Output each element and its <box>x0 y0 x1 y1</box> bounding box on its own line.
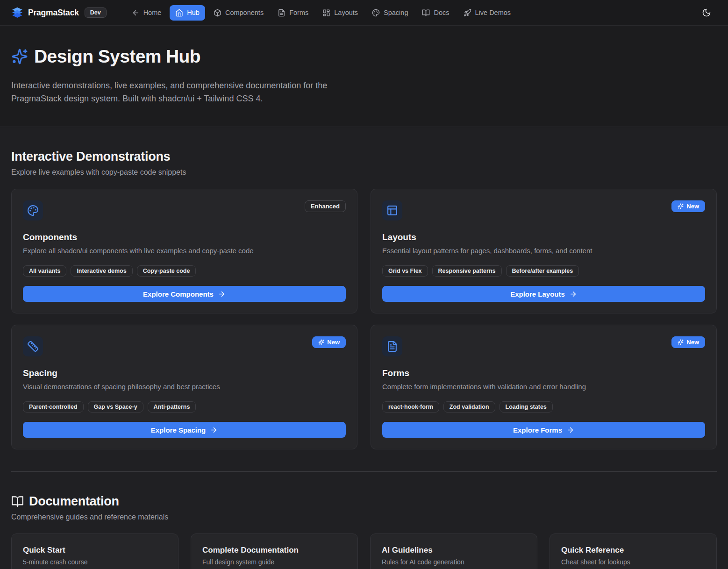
doc-card-title: Quick Start <box>23 546 167 555</box>
tag-list: All variants Interactive demos Copy-past… <box>23 265 346 277</box>
arrow-left-icon <box>132 9 140 17</box>
tag: Gap vs Space-y <box>88 401 143 413</box>
sparkles-icon <box>678 339 684 345</box>
palette-icon <box>23 200 43 220</box>
tag: All variants <box>23 265 66 277</box>
card-title: Forms <box>382 368 705 378</box>
doc-card-title: Quick Reference <box>561 546 705 555</box>
nav-item-docs[interactable]: Docs <box>416 5 455 21</box>
brand[interactable]: PragmaStack Dev <box>11 7 107 19</box>
nav-item-label: Spacing <box>384 9 408 16</box>
sparkles-icon <box>318 339 324 345</box>
nav-item-hub[interactable]: Hub <box>170 5 205 21</box>
nav-item-layouts[interactable]: Layouts <box>317 5 364 21</box>
demo-card-layouts[interactable]: New Layouts Essential layout patterns fo… <box>371 189 717 313</box>
nav-item-label: Docs <box>434 9 449 16</box>
ruler-icon <box>23 336 43 356</box>
arrow-right-icon <box>210 426 218 434</box>
docs-grid: Quick Start 5-minute crash course Comple… <box>11 533 717 569</box>
tag: Grid vs Flex <box>382 265 428 277</box>
card-title: Layouts <box>382 232 705 242</box>
badge-label: New <box>686 339 699 346</box>
doc-card-quick-reference[interactable]: Quick Reference Cheat sheet for lookups <box>550 533 717 569</box>
explore-layouts-button[interactable]: Explore Layouts <box>382 286 705 302</box>
doc-card-title: Complete Documentation <box>202 546 346 555</box>
box-icon <box>214 9 221 17</box>
doc-card-ai-guidelines[interactable]: AI Guidelines Rules for AI code generati… <box>370 533 537 569</box>
explore-spacing-button[interactable]: Explore Spacing <box>23 422 346 438</box>
tag: react-hook-form <box>382 401 439 413</box>
badge-label: New <box>327 339 340 346</box>
doc-card-description: 5-minute crash course <box>23 558 167 566</box>
tag: Anti-patterns <box>148 401 196 413</box>
explore-forms-button[interactable]: Explore Forms <box>382 422 705 438</box>
brand-name: PragmaStack <box>28 8 79 18</box>
main-content: Interactive Demonstrations Explore live … <box>0 149 728 569</box>
card-description: Visual demonstrations of spacing philoso… <box>23 383 346 391</box>
button-label: Explore Spacing <box>151 426 206 434</box>
dev-badge: Dev <box>85 7 107 18</box>
arrow-right-icon <box>569 290 577 298</box>
card-description: Complete form implementations with valid… <box>382 383 705 391</box>
demo-card-forms[interactable]: New Forms Complete form implementations … <box>371 325 717 449</box>
nav-item-home[interactable]: Home <box>126 5 167 21</box>
button-label: Explore Forms <box>513 426 562 434</box>
tag: Responsive patterns <box>432 265 502 277</box>
card-description: Explore all shadcn/ui components with li… <box>23 247 346 255</box>
doc-card-description: Full design system guide <box>202 558 346 566</box>
section-divider <box>11 471 717 472</box>
panels-top-left-icon <box>382 200 402 220</box>
demos-subheading: Explore live examples with copy-paste co… <box>11 168 717 177</box>
demo-card-spacing[interactable]: New Spacing Visual demonstrations of spa… <box>11 325 357 449</box>
card-title: Spacing <box>23 368 346 378</box>
file-text-icon <box>382 336 402 356</box>
rocket-icon <box>464 9 471 17</box>
tag: Interactive demos <box>71 265 132 277</box>
docs-subheading: Comprehensive guides and reference mater… <box>11 513 717 521</box>
arrow-right-icon <box>218 290 226 298</box>
sparkles-icon <box>11 48 28 65</box>
palette-icon <box>372 9 380 17</box>
doc-card-complete-documentation[interactable]: Complete Documentation Full design syste… <box>191 533 358 569</box>
nav-item-live-demos[interactable]: Live Demos <box>458 5 517 21</box>
card-title: Components <box>23 232 346 242</box>
theme-toggle-button[interactable] <box>698 4 715 21</box>
page-subtitle: Interactive demonstrations, live example… <box>11 79 366 105</box>
navbar: PragmaStack Dev Home Hub Components <box>0 0 728 26</box>
button-label: Explore Layouts <box>510 290 565 298</box>
enhanced-badge: Enhanced <box>305 200 346 212</box>
arrow-right-icon <box>566 426 574 434</box>
book-open-icon <box>11 495 24 508</box>
layout-dashboard-icon <box>322 9 330 17</box>
new-badge: New <box>671 200 705 212</box>
tag: Loading states <box>500 401 553 413</box>
nav-item-label: Hub <box>187 9 200 16</box>
demo-grid: Enhanced Components Explore all shadcn/u… <box>11 189 717 449</box>
layers-logo-icon <box>11 7 23 19</box>
doc-card-description: Cheat sheet for lookups <box>561 558 705 566</box>
nav-item-spacing[interactable]: Spacing <box>366 5 414 21</box>
tag-list: Parent-controlled Gap vs Space-y Anti-pa… <box>23 401 346 413</box>
demos-heading: Interactive Demonstrations <box>11 149 170 164</box>
home-icon <box>175 9 183 17</box>
demo-card-components[interactable]: Enhanced Components Explore all shadcn/u… <box>11 189 357 313</box>
nav-item-label: Layouts <box>334 9 358 16</box>
nav-item-forms[interactable]: Forms <box>272 5 314 21</box>
button-label: Explore Components <box>143 290 214 298</box>
page-title: Design System Hub <box>34 46 200 67</box>
nav-item-label: Forms <box>289 9 308 16</box>
doc-card-description: Rules for AI code generation <box>382 558 526 566</box>
nav-items: Home Hub Components Forms <box>126 5 516 21</box>
tag-list: react-hook-form Zod validation Loading s… <box>382 401 705 413</box>
new-badge: New <box>671 336 705 348</box>
tag-list: Grid vs Flex Responsive patterns Before/… <box>382 265 705 277</box>
nav-item-label: Live Demos <box>475 9 511 16</box>
explore-components-button[interactable]: Explore Components <box>23 286 346 302</box>
tag: Copy-paste code <box>137 265 196 277</box>
nav-item-components[interactable]: Components <box>208 5 269 21</box>
sparkles-icon <box>678 203 684 209</box>
badge-label: New <box>686 203 699 210</box>
hero-section: Design System Hub Interactive demonstrat… <box>0 26 728 127</box>
doc-card-quick-start[interactable]: Quick Start 5-minute crash course <box>11 533 178 569</box>
book-open-icon <box>422 9 430 17</box>
